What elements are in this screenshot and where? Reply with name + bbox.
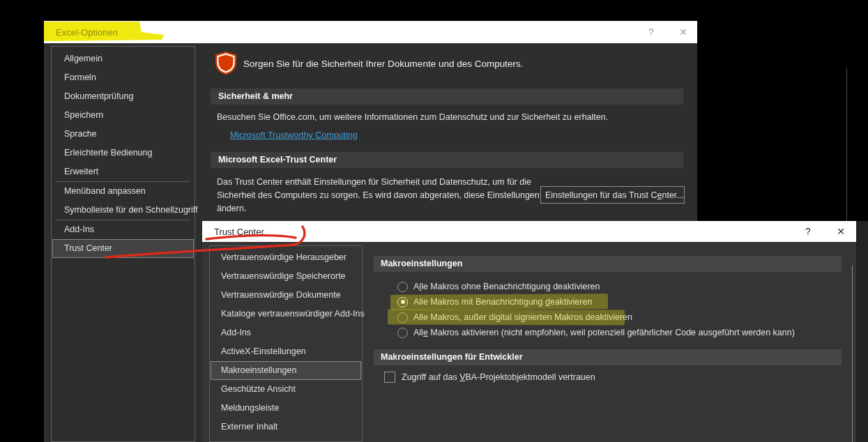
sidebar-item-label: Sprache	[64, 129, 97, 139]
checkbox-option-vba-access[interactable]: Zugriff auf das VBA-Projektobjektmodell …	[384, 372, 595, 383]
checkbox-icon[interactable]	[384, 372, 395, 383]
sidebar-item-label: Erleichterte Bedienung	[64, 148, 152, 158]
radio-option-enable-all[interactable]: Alle Makros aktivieren (nicht empfohlen,…	[397, 325, 795, 340]
radio-option-disable-with-notification[interactable]: Alle Makros mit Benachrichtigung deaktiv…	[397, 294, 592, 310]
sidebar-item[interactable]: Allgemein	[52, 49, 194, 68]
trust-center-description: Das Trust Center enthält Einstellungen f…	[217, 176, 551, 215]
security-shield-icon	[215, 52, 236, 77]
sidebar-item[interactable]: Symbolleiste für den Schnellzugriff	[52, 201, 194, 220]
sidebar-item[interactable]: Speichern	[52, 106, 194, 125]
sidebar-item-label: Allgemein	[64, 54, 102, 63]
trust-center-titlebar: Trust Center ? ✕	[202, 221, 856, 242]
close-icon[interactable]: ✕	[677, 26, 690, 38]
sidebar-item[interactable]: Sprache	[52, 125, 194, 144]
description-line: Sicherheit des Computers zu sorgen. Es w…	[217, 189, 551, 202]
sidebar-item[interactable]: Externer Inhalt	[211, 418, 361, 436]
radio-button-icon[interactable]	[397, 328, 408, 338]
trustworthy-computing-link[interactable]: Microsoft Trustworthy Computing	[230, 130, 358, 140]
sidebar-item-label: Vertrauenswürdige Herausgeber	[221, 252, 347, 262]
sidebar-item-label: Symbolleiste für den Schnellzugriff	[64, 205, 198, 215]
sidebar-item[interactable]: Erleichterte Bedienung	[52, 144, 194, 162]
yellow-highlight-annotation-title	[44, 22, 165, 43]
sidebar-item[interactable]: Add-Ins	[52, 220, 194, 239]
security-body-text: Besuchen Sie Office.com, um weitere Info…	[217, 112, 608, 122]
help-icon[interactable]: ?	[802, 226, 814, 237]
radio-label: Alle Makros, außer digital signierten Ma…	[413, 312, 632, 322]
sidebar-item[interactable]: Meldungsleiste	[211, 399, 361, 418]
sidebar-item-label: Add-Ins	[221, 328, 251, 337]
desktop-background: Excel-Optionen ? ✕ Allgemein Formeln	[0, 0, 868, 442]
sidebar-item[interactable]: Add-Ins	[211, 323, 361, 342]
sidebar-item-label: Vertrauenswürdige Speicherorte	[221, 271, 346, 281]
trust-center-main-panel: Makroeinstellungen Alle Makros ohne Bena…	[374, 242, 842, 442]
sidebar-item[interactable]: Vertrauenswürdige Dokumente	[211, 286, 361, 305]
sidebar-item-label: Speichern	[64, 110, 103, 120]
section-header-macro-settings: Makroeinstellungen	[374, 256, 842, 272]
trust-center-sidebar: Vertrauenswürdige Herausgeber Vertrauens…	[209, 245, 363, 442]
sidebar-item-label: Meldungsleiste	[221, 403, 279, 413]
radio-label: Alle Makros ohne Benachrichtigung deakti…	[413, 282, 600, 291]
sidebar-item-label: Erweitert	[64, 167, 98, 176]
security-hero-text: Sorgen Sie für die Sicherheit Ihrer Doku…	[243, 59, 523, 69]
sidebar-item[interactable]: Menüband anpassen	[52, 182, 194, 201]
trust-center-settings-button[interactable]: Einstellungen für das Trust Center...	[540, 186, 685, 204]
sidebar-item[interactable]: Geschützte Ansicht	[211, 380, 361, 399]
background-window-edge	[856, 221, 868, 442]
checkbox-label: Zugriff auf das VBA-Projektobjektmodell …	[402, 372, 595, 382]
sidebar-item[interactable]: Kataloge vertrauenswürdiger Add-Ins	[211, 305, 361, 323]
radio-label: Alle Makros aktivieren (nicht empfohlen,…	[413, 328, 795, 337]
excel-titlebar: Excel-Optionen ? ✕	[44, 21, 697, 43]
sidebar-item[interactable]: Makroeinstellungen	[211, 361, 361, 380]
sidebar-item-label: Dokumentprüfung	[64, 91, 133, 101]
sidebar-item-label: Vertrauenswürdige Dokumente	[221, 290, 341, 300]
radio-button-icon[interactable]	[397, 282, 408, 292]
sidebar-item-label: Menüband anpassen	[64, 186, 146, 196]
trust-center-dialog-body: Vertrauenswürdige Herausgeber Vertrauens…	[202, 242, 856, 442]
button-label-post: nter...	[662, 190, 683, 200]
sidebar-item[interactable]: Vertrauenswürdige Herausgeber	[211, 248, 361, 267]
trust-center-dialog: Trust Center ? ✕ Vertrauenswürdige Herau…	[202, 221, 856, 442]
sidebar-item-label: ActiveX-Einstellungen	[221, 346, 306, 356]
radio-button-icon[interactable]	[397, 312, 408, 323]
sidebar-item[interactable]: Dokumentprüfung	[52, 87, 194, 106]
description-line: Das Trust Center enthält Einstellungen f…	[217, 176, 551, 189]
sidebar-item-label: Externer Inhalt	[221, 422, 277, 432]
sidebar-item[interactable]: ActiveX-Einstellungen	[211, 342, 361, 361]
panel-edge-line	[852, 266, 853, 442]
help-icon[interactable]: ?	[645, 26, 657, 38]
trust-center-dialog-title: Trust Center	[214, 227, 264, 237]
description-line: ändern.	[217, 202, 551, 215]
radio-button-icon[interactable]	[397, 297, 408, 307]
radio-option-disable-except-signed[interactable]: Alle Makros, außer digital signierten Ma…	[397, 310, 632, 325]
sidebar-item-label: Formeln	[64, 73, 96, 82]
section-header-developer-macro-settings: Makroeinstellungen für Entwickler	[374, 349, 842, 365]
radio-option-disable-no-notification[interactable]: Alle Makros ohne Benachrichtigung deakti…	[397, 279, 600, 294]
button-label-pre: Einstellungen für das Trust C	[545, 190, 657, 200]
sidebar-item-label: Add-Ins	[64, 224, 94, 234]
close-icon[interactable]: ✕	[835, 226, 847, 237]
sidebar-item-label: Trust Center	[64, 243, 112, 253]
section-header-security: Sicherheit & mehr	[211, 89, 683, 105]
sidebar-item-label: Geschützte Ansicht	[221, 384, 296, 394]
section-header-trust-center: Microsoft Excel-Trust Center	[211, 152, 683, 168]
sidebar-item[interactable]: Trust Center	[52, 239, 194, 258]
sidebar-item-label: Makroeinstellungen	[221, 365, 296, 375]
sidebar-item-label: Kataloge vertrauenswürdiger Add-Ins	[221, 309, 365, 319]
excel-options-sidebar: Allgemein Formeln Dokumentprüfung	[51, 46, 195, 442]
sidebar-item[interactable]: Vertrauenswürdige Speicherorte	[211, 267, 361, 286]
sidebar-item[interactable]: Erweitert	[52, 162, 194, 181]
sidebar-item[interactable]: Formeln	[52, 68, 194, 87]
radio-label: Alle Makros mit Benachrichtigung deaktiv…	[413, 297, 592, 307]
